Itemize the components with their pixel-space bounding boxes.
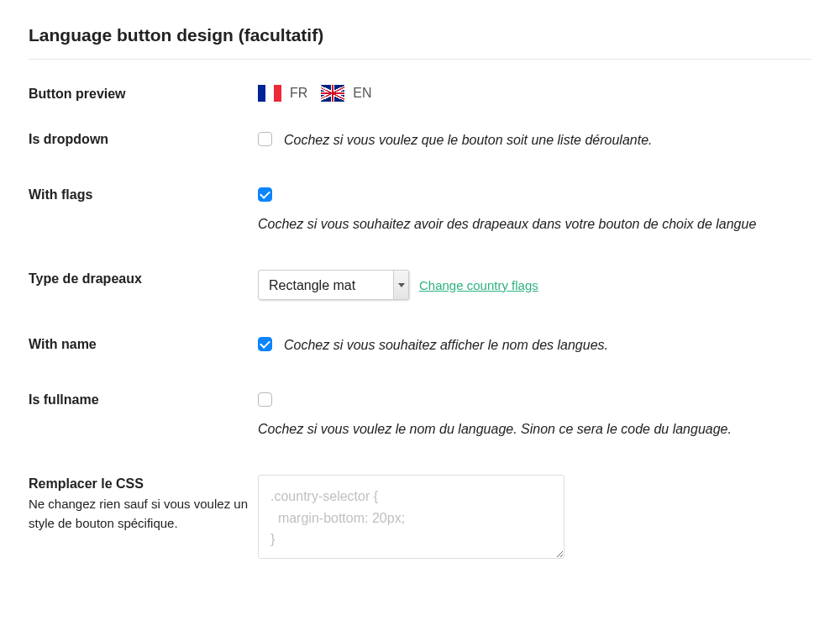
row-button-preview: Button preview FR EN (29, 85, 811, 102)
select-flag-type[interactable]: Rectangle mat (258, 270, 409, 300)
label-replace-css: Remplacer le CSS (29, 476, 258, 492)
lang-code-en: EN (353, 86, 371, 101)
label-button-preview: Button preview (29, 87, 258, 102)
label-flag-type: Type de drapeaux (29, 271, 258, 287)
checkbox-is-fullname[interactable] (258, 392, 272, 407)
flag-uk-icon (321, 85, 344, 102)
label-is-fullname: Is fullname (29, 392, 258, 408)
row-flag-type: Type de drapeaux Rectangle mat Change co… (29, 270, 811, 300)
row-with-name: With name Cochez si vous souhaitez affic… (29, 335, 811, 355)
label-with-flags: With flags (29, 187, 258, 203)
row-with-flags: With flags Cochez si vous souhaitez avoi… (29, 186, 811, 234)
desc-is-dropdown: Cochez si vous voulez que le bouton soit… (284, 130, 653, 150)
textarea-css[interactable] (258, 475, 564, 559)
desc-with-name: Cochez si vous souhaitez afficher le nom… (284, 335, 608, 355)
row-is-dropdown: Is dropdown Cochez si vous voulez que le… (29, 130, 811, 150)
desc-with-flags: Cochez si vous souhaitez avoir des drape… (258, 214, 811, 234)
row-replace-css: Remplacer le CSS Ne changez rien sauf si… (29, 475, 811, 561)
flag-fr-icon (258, 85, 281, 102)
row-is-fullname: Is fullname Cochez si vous voulez le nom… (29, 391, 811, 439)
checkbox-with-flags[interactable] (258, 187, 272, 202)
section-title: Language button design (facultatif) (29, 25, 811, 60)
language-preview: FR EN (258, 85, 811, 102)
checkbox-with-name[interactable] (258, 337, 272, 351)
checkbox-is-dropdown[interactable] (258, 132, 272, 146)
lang-code-fr: FR (290, 86, 307, 101)
label-with-name: With name (29, 337, 258, 352)
label-is-dropdown: Is dropdown (29, 132, 258, 147)
sublabel-replace-css: Ne changez rien sauf si vous voulez un s… (29, 495, 258, 533)
desc-is-fullname: Cochez si vous voulez le nom du language… (258, 419, 811, 439)
link-change-flags[interactable]: Change country flags (419, 278, 538, 292)
